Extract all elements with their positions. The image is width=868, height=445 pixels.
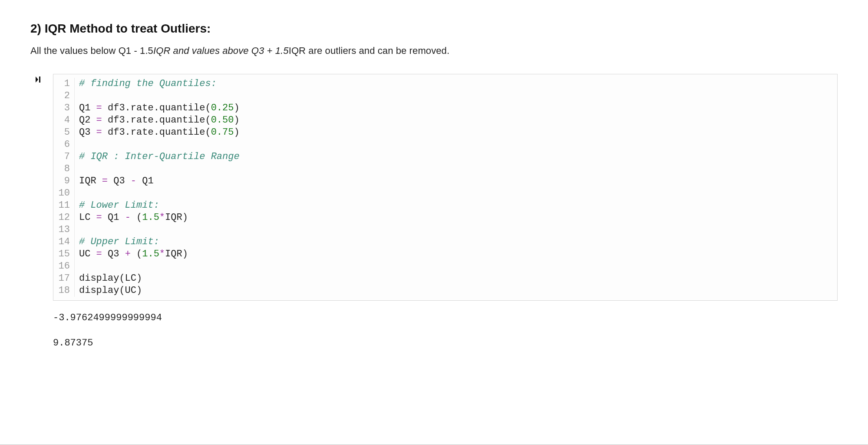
code-line: 1# finding the Quantiles: (53, 78, 837, 90)
line-number: 6 (53, 139, 75, 151)
code-line: 16 (53, 260, 837, 272)
code-cell: 1# finding the Quantiles:2 3Q1 = df3.rat… (35, 74, 838, 301)
section-heading: 2) IQR Method to treat Outliers: (30, 22, 838, 36)
line-number: 15 (53, 248, 75, 260)
code-line: 2 (53, 90, 837, 102)
output-line: -3.9762499999999994 (53, 309, 838, 327)
code-editor[interactable]: 1# finding the Quantiles:2 3Q1 = df3.rat… (53, 74, 838, 301)
line-number: 3 (53, 102, 75, 114)
run-cell-button[interactable] (35, 74, 48, 85)
desc-part-3: IQR are outliers and can be removed. (289, 45, 449, 56)
code-line: 4Q2 = df3.rate.quantile(0.50) (53, 114, 837, 126)
line-number: 5 (53, 126, 75, 139)
notebook-page: 2) IQR Method to treat Outliers: All the… (0, 0, 868, 445)
line-number: 1 (53, 78, 75, 90)
line-number: 4 (53, 114, 75, 126)
line-number: 18 (53, 285, 75, 297)
line-number: 10 (53, 187, 75, 199)
line-number: 12 (53, 212, 75, 224)
code-line: 15UC = Q3 + (1.5*IQR) (53, 248, 837, 260)
code-line: 10 (53, 187, 837, 199)
desc-part-italic: IQR and values above Q3 + 1.5 (153, 45, 289, 56)
code-line: 6 (53, 139, 837, 151)
line-number: 9 (53, 175, 75, 187)
code-line: 9IQR = Q3 - Q1 (53, 175, 837, 187)
line-number: 13 (53, 224, 75, 236)
line-number: 7 (53, 151, 75, 163)
cell-output: -3.97624999999999949.87375 (53, 309, 838, 352)
svg-rect-1 (39, 76, 40, 83)
code-content: # Lower Limit: (79, 199, 159, 212)
line-number: 2 (53, 90, 75, 102)
code-content: Q1 = df3.rate.quantile(0.25) (79, 102, 240, 114)
code-content: # finding the Quantiles: (79, 78, 217, 90)
run-next-icon (35, 76, 43, 83)
code-line: 5Q3 = df3.rate.quantile(0.75) (53, 126, 837, 139)
section-description: All the values below Q1 - 1.5IQR and val… (30, 45, 838, 56)
code-content (79, 163, 85, 175)
code-content (79, 260, 85, 272)
code-content: # IQR : Inter-Quartile Range (79, 151, 240, 163)
code-line: 18display(UC) (53, 285, 837, 297)
code-content (79, 187, 85, 199)
svg-marker-0 (36, 76, 38, 83)
code-content: Q2 = df3.rate.quantile(0.50) (79, 114, 240, 126)
code-content: display(LC) (79, 272, 142, 285)
code-line: 8 (53, 163, 837, 175)
code-line: 11# Lower Limit: (53, 199, 837, 212)
code-line: 3Q1 = df3.rate.quantile(0.25) (53, 102, 837, 114)
code-content: Q3 = df3.rate.quantile(0.75) (79, 126, 240, 139)
line-number: 8 (53, 163, 75, 175)
code-content: UC = Q3 + (1.5*IQR) (79, 248, 188, 260)
code-content: IQR = Q3 - Q1 (79, 175, 154, 187)
code-line: 17display(LC) (53, 272, 837, 285)
output-line: 9.87375 (53, 335, 838, 352)
code-line: 7# IQR : Inter-Quartile Range (53, 151, 837, 163)
code-content: LC = Q1 - (1.5*IQR) (79, 212, 188, 224)
desc-part-1: All the values below Q1 - 1.5 (30, 45, 153, 56)
line-number: 11 (53, 199, 75, 212)
line-number: 17 (53, 272, 75, 285)
code-line: 13 (53, 224, 837, 236)
code-content (79, 139, 85, 151)
code-content (79, 90, 85, 102)
line-number: 14 (53, 236, 75, 248)
code-content: # Upper Limit: (79, 236, 159, 248)
code-line: 14# Upper Limit: (53, 236, 837, 248)
code-line: 12LC = Q1 - (1.5*IQR) (53, 212, 837, 224)
code-content (79, 224, 85, 236)
line-number: 16 (53, 260, 75, 272)
code-content: display(UC) (79, 285, 142, 297)
